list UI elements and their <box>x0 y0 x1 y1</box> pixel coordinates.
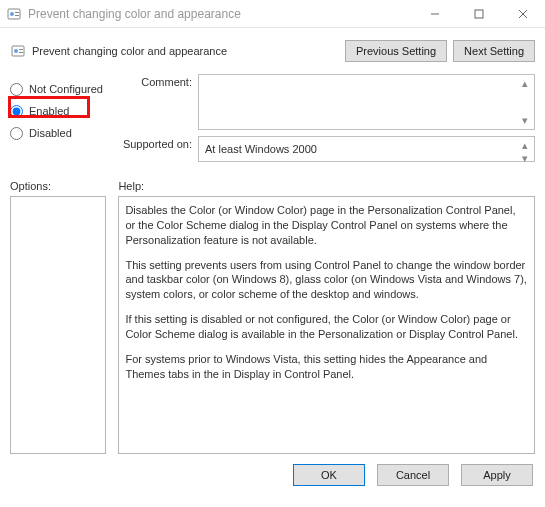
previous-setting-button[interactable]: Previous Setting <box>345 40 447 62</box>
supported-on-value: At least Windows 2000 <box>205 143 317 155</box>
svg-rect-11 <box>19 52 23 53</box>
window-controls <box>413 0 545 27</box>
radio-not-configured-input[interactable] <box>10 83 23 96</box>
dialog-title: Prevent changing color and appearance <box>32 45 345 57</box>
next-setting-button[interactable]: Next Setting <box>453 40 535 62</box>
titlebar-title: Prevent changing color and appearance <box>28 7 413 21</box>
help-paragraph: For systems prior to Windows Vista, this… <box>125 352 528 382</box>
options-panel: Options: <box>10 180 106 454</box>
svg-rect-2 <box>15 12 19 13</box>
state-radio-group: Not Configured Enabled Disabled <box>10 74 110 162</box>
radio-disabled-input[interactable] <box>10 127 23 140</box>
svg-point-9 <box>14 49 18 53</box>
svg-rect-10 <box>19 49 23 50</box>
radio-enabled-label: Enabled <box>29 105 69 117</box>
policy-icon <box>10 43 26 59</box>
titlebar: Prevent changing color and appearance <box>0 0 545 28</box>
policy-icon <box>6 6 22 22</box>
chevron-down-icon: ▾ <box>522 152 532 165</box>
chevron-down-icon: ▾ <box>522 114 532 127</box>
options-label: Options: <box>10 180 106 192</box>
maximize-button[interactable] <box>457 0 501 27</box>
help-paragraph: Disables the Color (or Window Color) pag… <box>125 203 528 248</box>
supported-on-label: Supported on: <box>120 136 198 150</box>
close-button[interactable] <box>501 0 545 27</box>
radio-enabled-input[interactable] <box>10 105 23 118</box>
minimize-button[interactable] <box>413 0 457 27</box>
options-box <box>10 196 106 454</box>
cancel-button[interactable]: Cancel <box>377 464 449 486</box>
radio-enabled[interactable]: Enabled <box>10 100 110 122</box>
ok-button[interactable]: OK <box>293 464 365 486</box>
help-box: Disables the Color (or Window Color) pag… <box>118 196 535 454</box>
help-panel: Help: Disables the Color (or Window Colo… <box>118 180 535 454</box>
apply-button[interactable]: Apply <box>461 464 533 486</box>
scrollbar[interactable]: ▴ ▾ <box>522 139 532 159</box>
chevron-up-icon: ▴ <box>522 77 532 90</box>
chevron-up-icon: ▴ <box>522 139 532 152</box>
dialog-header: Prevent changing color and appearance Pr… <box>10 34 535 68</box>
supported-on-field: At least Windows 2000 ▴ ▾ <box>198 136 535 162</box>
svg-rect-5 <box>475 10 483 18</box>
radio-disabled[interactable]: Disabled <box>10 122 110 144</box>
radio-not-configured[interactable]: Not Configured <box>10 78 110 100</box>
help-paragraph: If this setting is disabled or not confi… <box>125 312 528 342</box>
radio-not-configured-label: Not Configured <box>29 83 103 95</box>
help-paragraph: This setting prevents users from using C… <box>125 258 528 303</box>
dialog-footer: OK Cancel Apply <box>10 464 535 486</box>
radio-disabled-label: Disabled <box>29 127 72 139</box>
svg-rect-3 <box>15 15 19 16</box>
help-label: Help: <box>118 180 535 192</box>
comment-label: Comment: <box>120 74 198 88</box>
svg-point-1 <box>10 12 14 16</box>
scrollbar[interactable]: ▴ ▾ <box>522 77 532 127</box>
comment-textarea[interactable]: ▴ ▾ <box>198 74 535 130</box>
